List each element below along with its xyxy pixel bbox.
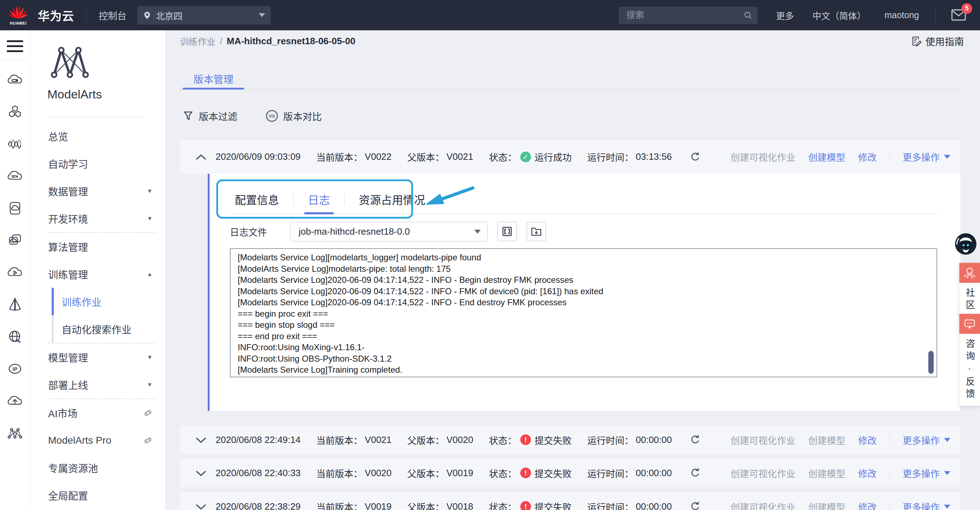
sidebar-item-auto-search-jobs[interactable]: 自动化搜索作业 <box>52 315 165 343</box>
log-download-button[interactable] <box>527 222 546 241</box>
topbar-divider <box>86 10 87 21</box>
sidebar-item-model-management[interactable]: 模型管理▼ <box>30 343 165 371</box>
collapse-row-button[interactable] <box>195 152 207 161</box>
sidebar-item-dedicated-pool[interactable]: 专属资源池 <box>30 454 165 481</box>
search-icon[interactable] <box>743 11 752 20</box>
modelarts-sidebar: ModelArts 总览自动学习数据管理▼开发环境▼算法管理训练管理▲训练作业自… <box>30 30 166 510</box>
log-scrollbar-thumb[interactable] <box>928 351 934 374</box>
sidebar-item-training-jobs[interactable]: 训练作业 <box>52 288 165 315</box>
sidebar-item-algorithm-management[interactable]: 算法管理 <box>30 233 165 260</box>
community-widget[interactable]: 社区 <box>959 263 980 317</box>
tab-logs[interactable]: 日志 <box>303 184 335 214</box>
rail-service-button-image-stack[interactable] <box>0 224 30 257</box>
log-file-select[interactable]: job-ma-hithcd-resnet18-0.0 <box>290 222 487 241</box>
svg-text:VS: VS <box>269 113 275 119</box>
language-switcher[interactable]: 中文（简体） <box>813 9 866 22</box>
filter-funnel-icon <box>182 110 194 122</box>
rail-service-button-globe-web[interactable] <box>0 320 30 353</box>
product-title: ModelArts <box>48 88 102 101</box>
tab-config-info[interactable]: 配置信息 <box>230 184 284 214</box>
action-modify-link[interactable]: 修改 <box>858 467 877 480</box>
region-selector[interactable]: 北京四 <box>137 6 271 25</box>
version-date: 2020/06/08 22:49:14 <box>216 434 301 445</box>
action-divider <box>889 434 890 445</box>
action-more-operations-link[interactable]: 更多操作 <box>903 500 950 510</box>
sidebar-item-ai-market[interactable]: AI市场 <box>30 399 165 427</box>
huawei-logo-icon[interactable]: HUAWEI <box>7 5 29 26</box>
refresh-runtime-button[interactable] <box>690 151 701 163</box>
user-guide-link[interactable]: 使用指南 <box>910 34 964 48</box>
sidebar-item-label: ModelArts Pro <box>48 435 111 446</box>
log-viewer[interactable]: [Modelarts Service Log][modelarts_logger… <box>230 248 937 377</box>
breadcrumb-separator: / <box>220 36 223 46</box>
rail-service-button-cloud-upload[interactable] <box>0 385 30 417</box>
sidebar-item-data-management[interactable]: 数据管理▼ <box>30 177 165 205</box>
chevron-down-icon <box>944 505 950 508</box>
sidebar-item-global-config[interactable]: 全局配置 <box>30 481 165 509</box>
tab-resource-usage[interactable]: 资源占用情况 <box>354 184 430 214</box>
expand-row-button[interactable] <box>195 502 207 510</box>
rail-service-button-pyramid[interactable] <box>0 288 30 320</box>
community-label: 社区 <box>959 283 980 317</box>
tab-version-management[interactable]: 版本管理 <box>190 69 237 89</box>
expand-row-button[interactable] <box>195 435 207 445</box>
more-menu[interactable]: 更多 <box>776 9 794 22</box>
sidebar-item-label: 自动化搜索作业 <box>62 322 132 336</box>
action-modify-link[interactable]: 修改 <box>858 434 877 446</box>
expand-row-button[interactable] <box>195 468 207 478</box>
sidebar-item-overview[interactable]: 总览 <box>30 122 165 150</box>
refresh-runtime-button[interactable] <box>690 501 701 510</box>
feedback-label: 咨询·反馈 <box>959 334 980 406</box>
account-menu[interactable]: maotong <box>885 10 919 20</box>
row-actions: 创建可视化作业创建模型修改更多操作 <box>718 434 950 446</box>
action-create-model-link[interactable]: 创建模型 <box>808 150 845 163</box>
messages-button[interactable]: 5 <box>951 8 967 22</box>
console-link[interactable]: 控制台 <box>99 8 127 22</box>
pulse-wave-icon <box>7 136 23 152</box>
assistant-mascot-button[interactable] <box>955 233 977 255</box>
rail-service-button-cloud-media[interactable] <box>0 257 30 288</box>
main-content: 训练作业 / MA-hithcd_resnet18-06-05-00 使用指南 … <box>166 30 980 510</box>
rail-service-button-notebook-cloud[interactable] <box>0 192 30 224</box>
refresh-runtime-button[interactable] <box>690 434 701 445</box>
sidebar-item-deployment[interactable]: 部署上线▼ <box>30 371 165 398</box>
sidebar-item-dev-environment[interactable]: 开发环境▼ <box>30 205 165 232</box>
hamburger-menu-icon[interactable] <box>7 40 23 52</box>
sidebar-item-modelarts-pro[interactable]: ModelArts Pro <box>30 427 165 454</box>
version-compare-button[interactable]: VS 版本对比 <box>265 109 322 123</box>
parent-version-value: V0020 <box>447 434 473 445</box>
sidebar-item-training-management[interactable]: 训练管理▲ <box>30 260 165 288</box>
action-more-operations-link[interactable]: 更多操作 <box>903 150 950 163</box>
breadcrumb-parent-link[interactable]: 训练作业 <box>180 35 216 48</box>
action-modify-link[interactable]: 修改 <box>858 150 877 163</box>
rail-service-button-cloud-service[interactable] <box>0 160 30 192</box>
rail-service-button-cloud-console[interactable] <box>0 64 30 96</box>
rail-service-button-pulse-wave[interactable] <box>0 128 30 160</box>
log-fullscreen-button[interactable] <box>498 222 517 241</box>
chevron-down-icon <box>944 438 950 442</box>
action-more-operations-link[interactable]: 更多操作 <box>903 467 950 480</box>
status: 状态：!提交失败 <box>489 500 572 510</box>
rail-service-button-ip-circle[interactable]: IP <box>0 353 30 385</box>
global-search[interactable] <box>619 7 757 24</box>
rail-service-button-hex-cluster[interactable] <box>0 96 30 128</box>
version-filter-button[interactable]: 版本过滤 <box>182 109 237 123</box>
rail-service-button-modelarts-mini[interactable] <box>0 417 30 449</box>
action-more-operations-link[interactable]: 更多操作 <box>903 434 950 446</box>
breadcrumb: 训练作业 / MA-hithcd_resnet18-06-05-00 使用指南 <box>180 33 964 49</box>
sidebar-item-label: 专属资源池 <box>48 461 98 475</box>
version-date: 2020/06/09 09:03:09 <box>216 151 301 162</box>
parent-version-label: 父版本： <box>407 500 444 510</box>
status: 状态：!提交失败 <box>489 467 572 480</box>
status-label: 状态： <box>489 150 517 163</box>
action-modify-link[interactable]: 修改 <box>858 500 877 510</box>
page-title: MA-hithcd_resnet18-06-05-00 <box>227 36 355 47</box>
brand-title[interactable]: 华为云 <box>38 7 74 24</box>
feedback-widget[interactable]: 咨询·反馈 <box>959 314 980 406</box>
search-input[interactable] <box>620 10 743 20</box>
version-detail-panel: 配置信息 日志 资源占用情况 日志文件 job-ma-hithcd-resnet… <box>208 174 960 411</box>
log-line: INFO:root:Using MoXing-v1.16.1- <box>238 342 929 353</box>
sidebar-item-auto-learning[interactable]: 自动学习 <box>30 150 165 177</box>
huawei-flower-icon <box>9 5 27 21</box>
refresh-runtime-button[interactable] <box>690 467 701 479</box>
